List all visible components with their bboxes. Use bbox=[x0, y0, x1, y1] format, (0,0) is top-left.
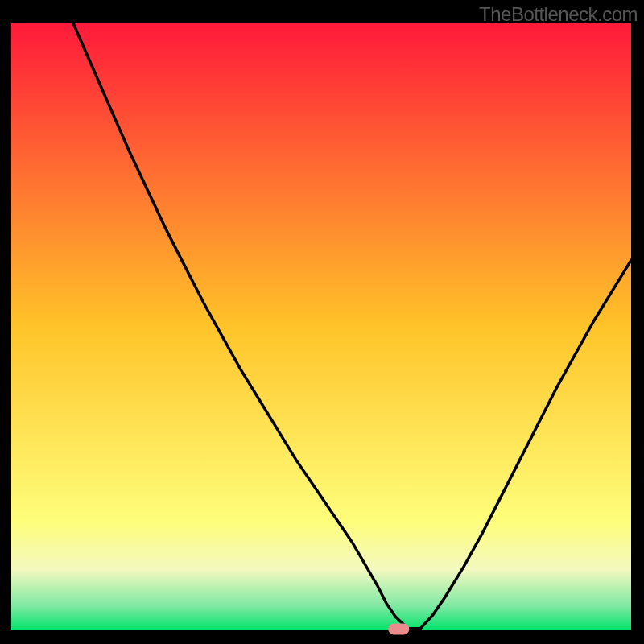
chart-frame bbox=[11, 23, 631, 643]
optimal-point-marker bbox=[388, 624, 409, 635]
bottom-border bbox=[11, 630, 631, 643]
bottleneck-chart bbox=[11, 23, 631, 643]
gradient-background bbox=[11, 23, 631, 630]
watermark-text: TheBottleneck.com bbox=[479, 3, 638, 26]
